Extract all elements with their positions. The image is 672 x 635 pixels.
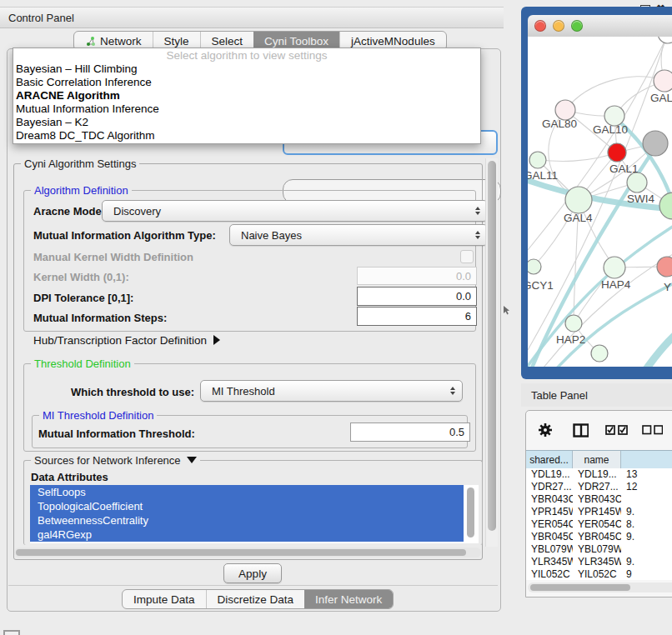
- network-node-swi4[interactable]: [627, 172, 647, 192]
- mi-steps-field[interactable]: 6: [357, 307, 477, 326]
- table-cell: YBL079W: [526, 543, 573, 556]
- network-node[interactable]: [591, 345, 608, 362]
- algorithm-option[interactable]: Bayesian – K2: [13, 116, 480, 129]
- network-node-gal11[interactable]: [529, 152, 546, 168]
- tab-label: jActiveMNodules: [351, 35, 435, 48]
- network-node-gal1[interactable]: [608, 143, 626, 162]
- column-header[interactable]: shared...: [526, 451, 573, 469]
- apply-button[interactable]: Apply: [223, 563, 282, 583]
- mi-threshold-field[interactable]: 0.5: [350, 422, 470, 442]
- network-canvas[interactable]: GALGAL80GAL10GAL1GAL11SWI4GAL4GCY1HAP4YH…: [528, 37, 672, 367]
- node-label: GAL80: [542, 118, 577, 130]
- deselect-all-columns-icon[interactable]: [642, 425, 664, 435]
- attribute-item[interactable]: BetweennessCentrality: [30, 513, 464, 528]
- table-row[interactable]: YLR345WYLR345W9.: [526, 556, 672, 568]
- table-cell: YDL19...: [526, 468, 573, 481]
- table-cell: YDL19...: [573, 468, 621, 481]
- algorithm-dropdown-placeholder: Select algorithm to view settings: [13, 48, 480, 62]
- table-row[interactable]: YBR043CYBR043C: [526, 493, 672, 506]
- node-label: GAL: [650, 92, 672, 104]
- node-label: GAL4: [564, 212, 593, 224]
- zoom-traffic-icon[interactable]: [571, 20, 583, 32]
- combo-stepper-icon: [475, 231, 480, 239]
- tab-discretize-data[interactable]: Discretize Data: [206, 590, 305, 608]
- dpi-tolerance-label: DPI Tolerance [0,1]:: [33, 292, 133, 304]
- network-node-hap4[interactable]: [604, 257, 625, 278]
- network-node[interactable]: [659, 192, 672, 219]
- network-node-gal4[interactable]: [565, 187, 592, 213]
- network-node-y[interactable]: [657, 257, 672, 277]
- table-header-row: shared...name: [526, 450, 672, 469]
- mi-type-combo[interactable]: Naive Bayes: [229, 224, 488, 246]
- settings-vscroll-thumb[interactable]: [488, 161, 496, 531]
- attribute-item[interactable]: gal4RGexp: [30, 528, 464, 542]
- table-cell: YER054C: [573, 518, 621, 531]
- hub-definition-toggle[interactable]: Hub/Transcription Factor Definition: [33, 334, 220, 347]
- select-all-columns-icon[interactable]: [605, 425, 628, 436]
- table-row[interactable]: YIL052CYIL052C9: [526, 568, 672, 580]
- algorithm-option[interactable]: Bayesian – Hill Climbing: [13, 62, 480, 76]
- close-traffic-icon[interactable]: [534, 20, 546, 32]
- table-cell: YLR345W: [526, 556, 573, 568]
- mi-steps-value: 6: [465, 310, 471, 322]
- table-row[interactable]: YBL079WYBL079W: [526, 543, 672, 556]
- column-view-icon[interactable]: [573, 423, 589, 438]
- table-cell: 13: [621, 468, 672, 481]
- network-node-hap2[interactable]: [565, 315, 582, 332]
- settings-vertical-scrollbar[interactable]: [485, 158, 498, 547]
- algorithm-option[interactable]: Mutual Information Inference: [13, 102, 480, 116]
- minimize-traffic-icon[interactable]: [553, 20, 564, 32]
- algorithm-option[interactable]: Basic Correlation Inference: [13, 76, 480, 89]
- node-label: GCY1: [528, 279, 554, 292]
- apply-button-label: Apply: [238, 568, 267, 580]
- table-cell: YIL052C: [573, 568, 621, 580]
- column-header[interactable]: name: [573, 451, 621, 469]
- table-hscroll-thumb[interactable]: [530, 584, 630, 591]
- attribute-item[interactable]: TopologicalCoefficient: [30, 499, 464, 513]
- collapse-arrow-icon[interactable]: [187, 457, 197, 463]
- algorithm-option[interactable]: Dream8 DC_TDC Algorithm: [13, 129, 480, 142]
- table-row[interactable]: YDR27...YDR27...12: [526, 481, 672, 493]
- tab-impute-data[interactable]: Impute Data: [123, 590, 206, 608]
- network-window-titlebar[interactable]: [528, 15, 672, 38]
- table-row[interactable]: YBR045CYBR045C9.: [526, 531, 672, 543]
- network-node[interactable]: [643, 131, 668, 156]
- dock-panel-icon[interactable]: [3, 630, 20, 635]
- which-threshold-combo[interactable]: MI Threshold: [200, 380, 463, 402]
- attribute-item[interactable]: SelfLoops: [30, 485, 464, 499]
- combo-stepper-icon: [450, 387, 455, 395]
- network-node-gcy1[interactable]: [528, 259, 541, 274]
- node-label: GAL10: [593, 123, 628, 136]
- table-row[interactable]: YPR145WYPR145W9.: [526, 506, 672, 518]
- hub-definition-label: Hub/Transcription Factor Definition: [33, 334, 207, 347]
- tab-infer-network[interactable]: Infer Network: [304, 590, 393, 608]
- list-scrollbar-thumb[interactable]: [467, 488, 474, 538]
- settings-horizontal-scrollbar[interactable]: [14, 548, 481, 558]
- table-cell: [621, 543, 672, 556]
- aracne-mode-combo[interactable]: Discovery: [102, 200, 488, 222]
- settings-hscroll-thumb[interactable]: [16, 549, 466, 556]
- algorithm-option[interactable]: ARACNE Algorithm: [13, 89, 480, 102]
- network-node-gal[interactable]: [654, 70, 672, 92]
- manual-kernel-checkbox[interactable]: [460, 250, 474, 263]
- gear-icon[interactable]: [538, 422, 553, 438]
- dpi-tolerance-field[interactable]: 0.0: [357, 287, 477, 306]
- network-node[interactable]: [658, 37, 672, 43]
- tab-label: Select: [212, 35, 243, 48]
- table-row[interactable]: YDL19...YDL19...13: [526, 468, 672, 481]
- node-label: HAP4: [601, 278, 631, 291]
- table-cell: YBR043C: [526, 493, 573, 506]
- mi-steps-label: Mutual Information Steps:: [33, 312, 167, 324]
- aracne-mode-value: Discovery: [113, 205, 161, 218]
- column-header[interactable]: [621, 451, 672, 469]
- tab-label: Impute Data: [133, 593, 195, 606]
- which-threshold-label: Which threshold to use:: [71, 386, 194, 398]
- table-row[interactable]: YER054CYER054C8.: [526, 518, 672, 531]
- table-cell: YBR043C: [573, 493, 621, 506]
- data-attributes-list[interactable]: SelfLoopsTopologicalCoefficientBetweenne…: [30, 485, 479, 543]
- table-horizontal-scrollbar[interactable]: [528, 582, 672, 592]
- control-panel-titlebar: Control Panel: [0, 7, 504, 28]
- table-cell: 12: [621, 481, 672, 493]
- network-icon: [85, 36, 96, 47]
- cyni-algorithm-settings-title: Cyni Algorithm Settings: [21, 158, 139, 170]
